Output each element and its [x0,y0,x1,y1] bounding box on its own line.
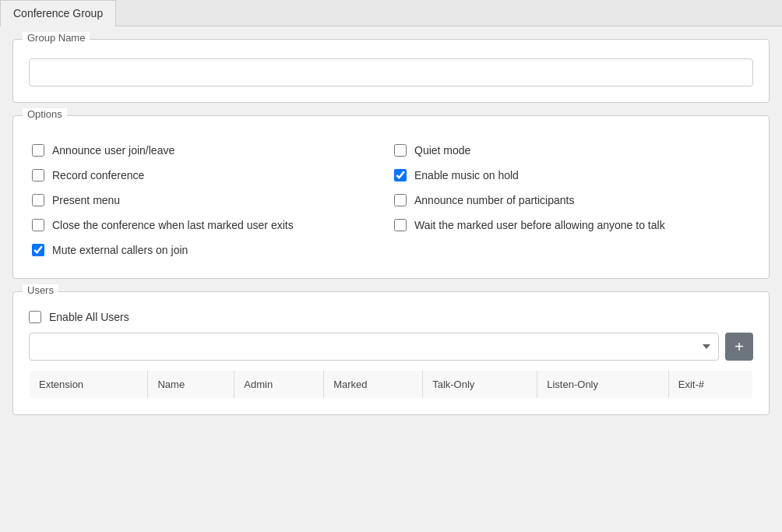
options-left-column: Announce user join/leave Record conferen… [29,138,391,262]
option-item: Mute external callers on join [29,238,391,262]
checkbox-close-conference[interactable] [32,219,44,231]
checkbox-quiet-mode[interactable] [394,144,407,157]
options-section: Options Announce user join/leave Record … [12,115,770,279]
tab-conference-group[interactable]: Conference Group [0,0,116,26]
label-mute-external: Mute external callers on join [52,244,188,256]
label-quiet-mode: Quiet mode [414,144,470,157]
label-wait-marked-user: Wait the marked user before allowing any… [414,219,665,231]
col-marked: Marked [324,371,423,399]
user-select-row: + [29,333,753,361]
col-listen-only: Listen-Only [537,371,669,399]
group-name-input[interactable] [29,58,753,86]
col-extension: Extension [30,371,148,399]
enable-all-users-row: Enable All Users [29,311,753,323]
options-grid: Announce user join/leave Record conferen… [29,138,753,262]
col-talk-only: Talk-Only [423,371,537,399]
label-enable-all-users: Enable All Users [49,311,129,323]
col-exit: Exit-# [668,371,752,399]
option-item: Announce number of participants [391,188,753,213]
option-item: Record conference [29,163,391,188]
checkbox-record-conference[interactable] [32,169,44,181]
label-present-menu: Present menu [52,194,120,206]
user-select-dropdown[interactable] [29,333,719,361]
checkbox-enable-all-users[interactable] [29,311,41,323]
users-section: Users Enable All Users + Extension Name … [12,291,770,415]
checkbox-wait-marked-user[interactable] [394,219,407,231]
col-name: Name [148,371,234,399]
table-header-row: Extension Name Admin Marked Talk-Only Li… [30,371,753,399]
options-right-column: Quiet mode Enable music on hold Announce… [391,138,753,262]
option-item: Quiet mode [391,138,753,163]
options-legend: Options [23,108,67,120]
page-content: Group Name Options Announce user join/le… [0,26,782,530]
checkbox-announce-join-leave[interactable] [32,144,44,157]
option-item: Present menu [29,188,391,213]
option-item: Wait the marked user before allowing any… [391,213,753,238]
option-item: Announce user join/leave [29,138,391,163]
add-user-button[interactable]: + [725,333,753,361]
option-item: Enable music on hold [391,163,753,188]
label-enable-music: Enable music on hold [414,169,519,181]
tab-bar: Conference Group [0,0,782,26]
table-header: Extension Name Admin Marked Talk-Only Li… [30,371,753,399]
checkbox-mute-external[interactable] [32,244,44,256]
group-name-section: Group Name [12,39,770,103]
checkbox-present-menu[interactable] [32,194,44,206]
label-announce-join-leave: Announce user join/leave [52,144,174,157]
users-table: Extension Name Admin Marked Talk-Only Li… [29,370,753,399]
label-announce-participants: Announce number of participants [414,194,574,206]
users-legend: Users [23,284,58,296]
checkbox-announce-participants[interactable] [394,194,407,206]
col-admin: Admin [234,371,324,399]
checkbox-enable-music[interactable] [394,169,407,181]
label-record-conference: Record conference [52,169,144,181]
group-name-legend: Group Name [23,32,90,44]
label-close-conference: Close the conference when last marked us… [52,219,294,231]
option-item: Close the conference when last marked us… [29,213,391,238]
